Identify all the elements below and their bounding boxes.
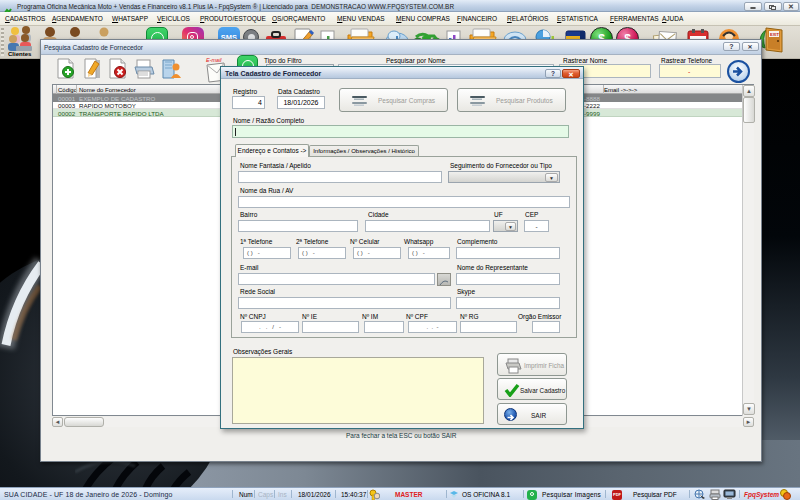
- svg-text:E-mail: E-mail: [206, 57, 222, 63]
- svg-text:EXIT: EXIT: [770, 32, 779, 37]
